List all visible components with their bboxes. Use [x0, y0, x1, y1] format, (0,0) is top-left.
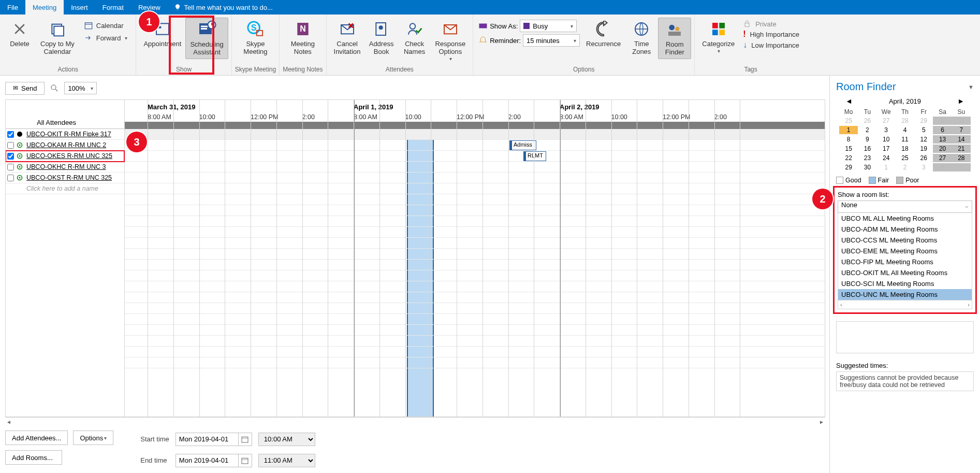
cal-day[interactable]: 7	[952, 126, 971, 134]
cal-day[interactable]: 4	[933, 163, 952, 171]
cal-day[interactable]: 4	[896, 126, 914, 134]
cal-day[interactable]: 1	[839, 126, 858, 134]
tab-file[interactable]: File	[0, 0, 25, 15]
calendar-button[interactable]: Calendar	[81, 20, 131, 31]
cal-day[interactable]: 26	[858, 117, 876, 125]
response-options-button[interactable]: Response Options	[431, 18, 470, 64]
room-list-item[interactable]: UBCO-OKIT ML All Meeting Rooms	[838, 267, 972, 278]
cal-day[interactable]: 27	[933, 154, 952, 162]
room-list-item[interactable]: UBCO-EME ML Meeting Rooms	[838, 246, 972, 256]
cal-day[interactable]: 16	[858, 145, 876, 153]
calendar-event[interactable]: Admiss	[509, 140, 536, 150]
attendee-checkbox[interactable]	[7, 153, 14, 160]
tab-meeting[interactable]: Meeting	[25, 0, 64, 15]
cal-day[interactable]: 6	[933, 126, 952, 134]
cal-day[interactable]: 29	[914, 117, 933, 125]
attendee-row[interactable]: UBCO-OKIT R-RM Fipke 317	[6, 129, 124, 140]
timeline-scrollbar[interactable]: ◄►	[5, 417, 825, 426]
address-book-button[interactable]: Address Book	[365, 18, 398, 58]
calendar-event[interactable]: RLMT	[523, 151, 546, 161]
scheduling-assistant-button[interactable]: Scheduling Assistant	[185, 18, 228, 59]
attendee-checkbox[interactable]	[7, 131, 14, 138]
cal-day[interactable]: 5	[952, 163, 971, 171]
cal-day[interactable]: 24	[877, 154, 896, 162]
cal-day[interactable]: 31	[952, 117, 971, 125]
cal-day[interactable]: 25	[839, 117, 858, 125]
cal-day[interactable]: 28	[952, 154, 971, 162]
attendee-row[interactable]: UBCO-OKHC R-RM UNC 3	[6, 162, 124, 173]
cal-day[interactable]: 2	[896, 163, 914, 171]
zoom-select[interactable]: 100%▾	[64, 82, 96, 94]
skype-meeting-button[interactable]: S Skype Meeting	[239, 18, 272, 58]
cal-day[interactable]: 22	[839, 154, 858, 162]
cal-day[interactable]: 30	[933, 117, 952, 125]
add-rooms-button[interactable]: Add Rooms...	[5, 450, 62, 465]
check-names-button[interactable]: Check Names	[398, 18, 431, 58]
attendee-row[interactable]: UBCO-OKES R-RM UNC 325	[6, 151, 124, 162]
cal-day[interactable]: 5	[914, 126, 933, 134]
search-icon[interactable]	[50, 83, 59, 93]
reminder-select[interactable]: 15 minutes▾	[523, 34, 580, 47]
cal-day[interactable]: 28	[896, 117, 914, 125]
room-list-hscroll[interactable]: ‹›	[838, 300, 972, 309]
cal-day[interactable]: 30	[858, 163, 876, 171]
room-list-dropdown[interactable]: UBCO ML ALL Meeting RoomsUBCO-ADM ML Mee…	[838, 213, 972, 300]
cal-day[interactable]: 9	[858, 135, 876, 144]
cal-day[interactable]: 8	[839, 135, 858, 144]
room-list-item[interactable]: UBCO-CCS ML Meeting Rooms	[838, 235, 972, 246]
cal-next[interactable]: ►	[957, 97, 964, 105]
cal-day[interactable]: 1	[877, 163, 896, 171]
calendar-picker-icon[interactable]	[238, 454, 252, 467]
attendee-row[interactable]: UBCO-OKAM R-RM UNC 2	[6, 140, 124, 151]
cal-day[interactable]: 15	[839, 145, 858, 153]
tell-me-search[interactable]: Tell me what you want to do...	[168, 0, 279, 15]
delete-button[interactable]: Delete	[3, 18, 36, 50]
cancel-invitation-button[interactable]: Cancel Invitation	[330, 18, 365, 58]
room-list-item[interactable]: UBCO-FIP ML Meeting Rooms	[838, 256, 972, 267]
cal-day[interactable]: 27	[877, 117, 896, 125]
add-attendee-row[interactable]: Click here to add a name	[6, 183, 124, 194]
cal-day[interactable]: 10	[877, 135, 896, 144]
room-list-item[interactable]: UBCO-ADM ML Meeting Rooms	[838, 224, 972, 235]
cal-day[interactable]: 13	[933, 135, 952, 144]
attendee-checkbox[interactable]	[7, 175, 14, 181]
tab-format[interactable]: Format	[95, 0, 131, 15]
room-list-select[interactable]: None	[838, 200, 972, 213]
cal-day[interactable]: 2	[858, 126, 876, 134]
categorize-button[interactable]: Categorize	[698, 18, 739, 56]
cal-day[interactable]: 11	[896, 135, 914, 144]
forward-button[interactable]: Forward	[81, 32, 131, 44]
cal-day[interactable]: 29	[839, 163, 858, 171]
low-importance-button[interactable]: ↓Low Importance	[743, 40, 799, 50]
private-button[interactable]: Private	[743, 20, 799, 28]
tab-insert[interactable]: Insert	[64, 0, 95, 15]
room-list-item[interactable]: UBCO-SCI ML Meeting Rooms	[838, 278, 972, 289]
room-list-item[interactable]: UBCO ML ALL Meeting Rooms	[838, 213, 972, 224]
show-as-select[interactable]: Busy▾	[520, 20, 577, 32]
attendee-row[interactable]: UBCO-OKST R-RM UNC 325	[6, 173, 124, 183]
start-date-input[interactable]	[175, 433, 252, 446]
attendee-checkbox[interactable]	[7, 164, 14, 170]
start-time-select[interactable]: 10:00 AM	[258, 433, 315, 446]
copy-calendar-button[interactable]: Copy to My Calendar	[36, 18, 79, 58]
add-attendees-button[interactable]: Add Attendees...	[5, 431, 68, 445]
cal-prev[interactable]: ◄	[845, 97, 853, 105]
calendar-picker-icon[interactable]	[238, 433, 252, 446]
room-finder-button[interactable]: Room Finder	[658, 18, 691, 59]
cal-day[interactable]: 12	[914, 135, 933, 144]
options-button[interactable]: Options	[73, 431, 113, 445]
room-list-item[interactable]: UBCO-UNC ML Meeting Rooms	[838, 289, 972, 300]
cal-day[interactable]: 23	[858, 154, 876, 162]
cal-day[interactable]: 3	[914, 163, 933, 171]
cal-day[interactable]: 21	[952, 145, 971, 153]
end-time-select[interactable]: 11:00 AM	[258, 454, 315, 467]
recurrence-button[interactable]: Recurrence	[582, 18, 625, 50]
time-zones-button[interactable]: Time Zones	[625, 18, 658, 58]
cal-day[interactable]: 25	[896, 154, 914, 162]
cal-day[interactable]: 17	[877, 145, 896, 153]
attendee-checkbox[interactable]	[7, 142, 14, 149]
cal-day[interactable]: 20	[933, 145, 952, 153]
room-finder-menu[interactable]: ▼	[968, 84, 974, 90]
end-date-input[interactable]	[175, 454, 252, 467]
cal-day[interactable]: 26	[914, 154, 933, 162]
